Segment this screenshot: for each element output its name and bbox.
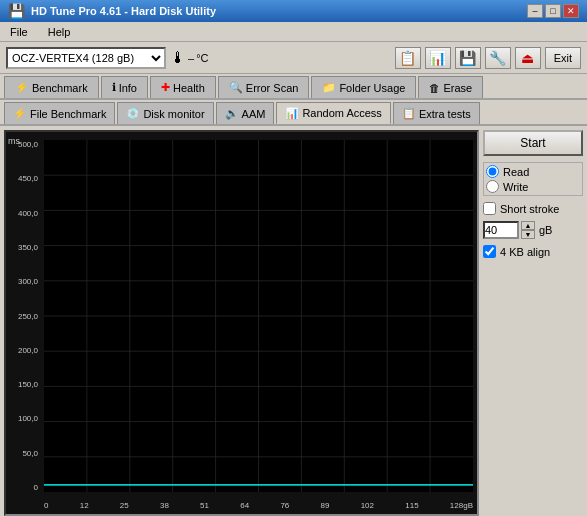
tab-aam[interactable]: 🔊 AAM [216, 102, 275, 124]
short-stroke-checkbox[interactable] [483, 202, 496, 215]
app-title: HD Tune Pro 4.61 - Hard Disk Utility [31, 5, 216, 17]
kb-align-label[interactable]: 4 KB align [483, 245, 583, 258]
right-panel: Start Read Write Short stroke ▲ ▼ gB [483, 130, 583, 516]
folder-icon: 📁 [322, 81, 336, 94]
stroke-spinner: ▲ ▼ [521, 221, 535, 239]
tab-error-scan[interactable]: 🔍 Error Scan [218, 76, 310, 98]
drive-selector[interactable]: OCZ-VERTEX4 (128 gB) [6, 47, 166, 69]
tab-health[interactable]: ✚ Health [150, 76, 216, 98]
stroke-unit: gB [539, 224, 552, 236]
menu-file[interactable]: File [6, 25, 32, 39]
tab-extra-tests[interactable]: 📋 Extra tests [393, 102, 480, 124]
temp-unit: °C [196, 52, 208, 64]
tab-bar-1: ⚡ Benchmark ℹ Info ✚ Health 🔍 Error Scan… [0, 74, 587, 100]
thermometer-icon: 🌡 [170, 49, 186, 67]
radio-write-label[interactable]: Write [486, 180, 580, 193]
x-ticks: 0 12 25 38 51 64 76 89 102 115 128gB [44, 501, 473, 510]
error-scan-icon: 🔍 [229, 81, 243, 94]
health-icon: ✚ [161, 81, 170, 94]
radio-read[interactable] [486, 165, 499, 178]
random-access-icon: 📊 [285, 107, 299, 120]
stroke-input-row: ▲ ▼ gB [483, 221, 583, 239]
radio-group-rw: Read Write [483, 162, 583, 196]
minimize-button[interactable]: – [527, 4, 543, 18]
menu-bar: File Help [0, 22, 587, 42]
erase-icon: 🗑 [429, 82, 440, 94]
stroke-value-input[interactable] [483, 221, 519, 239]
toolbar-icon-1[interactable]: 📋 [395, 47, 421, 69]
main-content: ms 0 50,0 100,0 150,0 200,0 250,0 300,0 … [0, 126, 587, 516]
tab-random-access[interactable]: 📊 Random Access [276, 102, 390, 124]
file-bench-icon: ⚡ [13, 107, 27, 120]
aam-icon: 🔊 [225, 107, 239, 120]
toolbar: OCZ-VERTEX4 (128 gB) 🌡 – °C 📋 📊 💾 🔧 ⏏ Ex… [0, 42, 587, 74]
y-ticks: 0 50,0 100,0 150,0 200,0 250,0 300,0 350… [8, 140, 44, 492]
start-button[interactable]: Start [483, 130, 583, 156]
short-stroke-label[interactable]: Short stroke [483, 202, 583, 215]
tab-file-benchmark[interactable]: ⚡ File Benchmark [4, 102, 115, 124]
toolbar-icon-2[interactable]: 📊 [425, 47, 451, 69]
chart-container: ms 0 50,0 100,0 150,0 200,0 250,0 300,0 … [4, 130, 479, 516]
tab-bar-2: ⚡ File Benchmark 💿 Disk monitor 🔊 AAM 📊 … [0, 100, 587, 126]
chart-svg [44, 140, 473, 492]
tab-erase[interactable]: 🗑 Erase [418, 76, 483, 98]
temp-dash: – [188, 52, 194, 64]
stroke-up-button[interactable]: ▲ [521, 221, 535, 230]
menu-help[interactable]: Help [44, 25, 75, 39]
maximize-button[interactable]: □ [545, 4, 561, 18]
temperature-display: 🌡 – °C [170, 49, 208, 67]
extra-tests-icon: 📋 [402, 107, 416, 120]
title-bar: 💾 HD Tune Pro 4.61 - Hard Disk Utility –… [0, 0, 587, 22]
tab-info[interactable]: ℹ Info [101, 76, 148, 98]
chart-plot-area [44, 140, 473, 492]
radio-read-label[interactable]: Read [486, 165, 580, 178]
tab-benchmark[interactable]: ⚡ Benchmark [4, 76, 99, 98]
disk-monitor-icon: 💿 [126, 107, 140, 120]
close-button[interactable]: ✕ [563, 4, 579, 18]
exit-button[interactable]: Exit [545, 47, 581, 69]
stroke-down-button[interactable]: ▼ [521, 230, 535, 239]
window-controls: – □ ✕ [527, 4, 579, 18]
benchmark-icon: ⚡ [15, 81, 29, 94]
radio-write[interactable] [486, 180, 499, 193]
toolbar-icon-4[interactable]: 🔧 [485, 47, 511, 69]
toolbar-icon-5[interactable]: ⏏ [515, 47, 541, 69]
tab-disk-monitor[interactable]: 💿 Disk monitor [117, 102, 213, 124]
kb-align-checkbox[interactable] [483, 245, 496, 258]
toolbar-icon-3[interactable]: 💾 [455, 47, 481, 69]
tab-folder-usage[interactable]: 📁 Folder Usage [311, 76, 416, 98]
info-icon: ℹ [112, 81, 116, 94]
